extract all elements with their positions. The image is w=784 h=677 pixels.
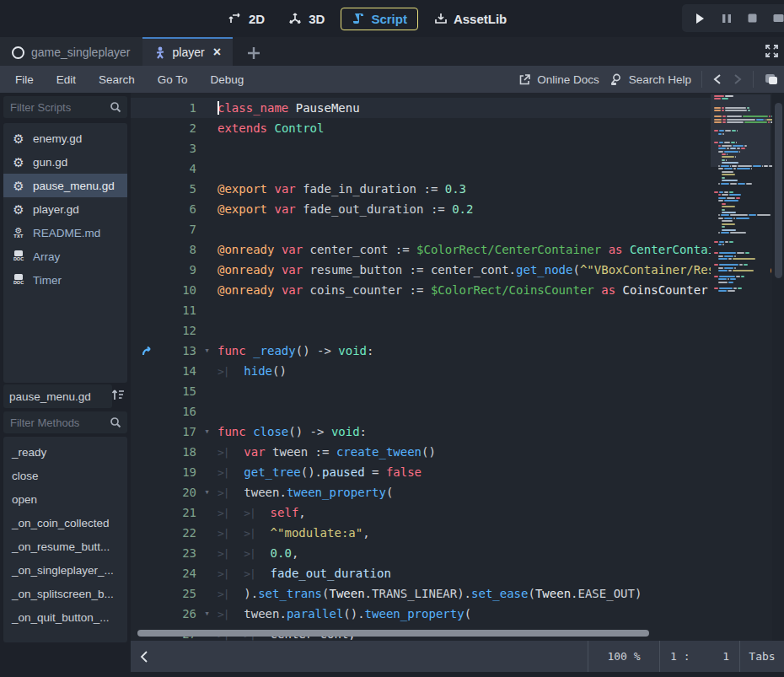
minimap[interactable] (711, 93, 771, 641)
history-back-button[interactable] (712, 73, 722, 85)
script-list-item[interactable]: ⚙player.gd (3, 197, 127, 221)
line-number[interactable]: 12 (164, 320, 196, 341)
breakpoint-gutter[interactable] (131, 199, 164, 219)
movie-maker-button[interactable] (773, 13, 784, 24)
code-line[interactable]: 21>|>|self, (131, 502, 771, 523)
fold-chevron-icon[interactable]: ▾ (196, 341, 217, 361)
vertical-scrollbar-thumb[interactable] (775, 103, 782, 278)
search-help-button[interactable]: Search Help (609, 73, 691, 86)
breakpoint-gutter[interactable] (131, 361, 164, 381)
history-forward-button[interactable] (733, 73, 743, 85)
pause-button[interactable] (722, 13, 732, 24)
code-line[interactable]: 15 (131, 381, 771, 401)
line-number[interactable]: 15 (164, 381, 196, 401)
line-number[interactable]: 9 (164, 260, 196, 280)
menu-search[interactable]: Search (99, 73, 135, 86)
method-list-item[interactable]: close (3, 464, 127, 487)
breakpoint-gutter[interactable] (131, 442, 164, 462)
code-line[interactable]: 5@export var fade_in_duration := 0.3 (131, 179, 771, 199)
filter-scripts-input[interactable]: Filter Scripts (3, 96, 127, 118)
breakpoint-gutter[interactable] (131, 502, 164, 523)
menu-go-to[interactable]: Go To (158, 73, 188, 86)
line-number[interactable]: 3 (164, 138, 196, 159)
code-line[interactable]: 26▾>|tween.parallel().tween_property( (131, 604, 771, 624)
code-line[interactable]: 16 (131, 401, 771, 422)
breakpoint-gutter[interactable] (131, 300, 164, 320)
code-line[interactable]: 7 (131, 219, 771, 239)
line-number[interactable]: 8 (164, 239, 196, 260)
distraction-free-icon[interactable] (765, 44, 779, 58)
code-line[interactable]: 25>|).set_trans(Tween.TRANS_LINEAR).set_… (131, 583, 771, 604)
code-line[interactable]: 18>|var tween := create_tween() (131, 442, 771, 462)
code-line[interactable]: 9@onready var resume_button := center_co… (131, 260, 771, 280)
breakpoint-gutter[interactable] (131, 179, 164, 199)
code-line[interactable]: 22>|>|^"modulate:a", (131, 523, 771, 543)
breakpoint-gutter[interactable] (131, 260, 164, 280)
scene-tab-player[interactable]: player× (142, 37, 233, 66)
line-number[interactable]: 20 (164, 482, 196, 502)
script-list-item[interactable]: ⚙gun.gd (3, 150, 127, 174)
script-list-item[interactable]: DOCTimer (3, 268, 127, 292)
play-button[interactable] (694, 13, 706, 24)
stop-button[interactable] (748, 13, 757, 23)
code-line[interactable]: 20▾>|tween.tween_property( (131, 482, 771, 502)
breakpoint-gutter[interactable] (131, 422, 164, 442)
horizontal-scrollbar-thumb[interactable] (137, 630, 649, 637)
line-number[interactable]: 4 (164, 159, 196, 179)
line-number[interactable]: 14 (164, 361, 196, 381)
script-list-item[interactable]: ⚙enemy.gd (3, 126, 127, 150)
code-line[interactable]: 11 (131, 300, 771, 320)
breakpoint-gutter[interactable] (131, 381, 164, 401)
mode-3d-button[interactable]: 3D (281, 8, 332, 30)
line-number[interactable]: 21 (164, 502, 196, 523)
code-line[interactable]: 14>|hide() (131, 361, 771, 381)
method-list-item[interactable]: _on_quit_button_... (3, 605, 127, 629)
breakpoint-gutter[interactable] (131, 320, 164, 341)
breakpoint-gutter[interactable] (131, 482, 164, 502)
line-number[interactable]: 6 (164, 199, 196, 219)
menu-file[interactable]: File (15, 73, 34, 86)
menu-debug[interactable]: Debug (211, 73, 244, 86)
zoom-level[interactable]: 100 % (588, 650, 659, 663)
script-list-item[interactable]: ⚙pause_menu.gd (3, 174, 127, 197)
line-number[interactable]: 13 (164, 341, 196, 361)
mode-assetlib-button[interactable]: AssetLib (427, 8, 514, 30)
scene-tab-game_singleplayer[interactable]: game_singleplayer (0, 37, 142, 66)
fold-chevron-icon[interactable]: ▾ (196, 604, 217, 624)
line-number[interactable]: 17 (164, 422, 196, 442)
mode-script-button[interactable]: Script (341, 8, 418, 30)
close-tab-icon[interactable]: × (213, 46, 221, 59)
line-number[interactable]: 1 (164, 98, 196, 118)
line-number[interactable]: 7 (164, 219, 196, 239)
breakpoint-gutter[interactable] (131, 159, 164, 179)
code-line[interactable]: 2extends Control (131, 118, 771, 138)
code-line[interactable]: 10@onready var coins_counter := $ColorRe… (131, 280, 771, 300)
breakpoint-gutter[interactable] (131, 138, 164, 159)
sort-methods-icon[interactable] (110, 387, 126, 404)
breakpoint-gutter[interactable] (131, 280, 164, 300)
line-number[interactable]: 25 (164, 583, 196, 604)
collapse-scripts-panel-button[interactable] (139, 650, 149, 664)
code-line[interactable]: 12 (131, 320, 771, 341)
fold-chevron-icon[interactable]: ▾ (196, 422, 217, 442)
line-number[interactable]: 18 (164, 442, 196, 462)
code-line[interactable]: 8@onready var center_cont := $ColorRect/… (131, 239, 771, 260)
breakpoint-gutter[interactable] (131, 604, 164, 624)
breakpoint-gutter[interactable] (131, 401, 164, 422)
filter-methods-input[interactable]: Filter Methods (3, 411, 127, 433)
method-list-item[interactable]: _on_resume_butt... (3, 535, 127, 558)
code-line[interactable]: 4 (131, 159, 771, 179)
line-number[interactable]: 10 (164, 280, 196, 300)
line-number[interactable]: 11 (164, 300, 196, 320)
breakpoint-gutter[interactable] (131, 523, 164, 543)
panel-layout-icon[interactable] (764, 73, 779, 86)
code-line[interactable]: 1class_name PauseMenu (131, 98, 771, 118)
script-list-item[interactable]: DOCArray (3, 244, 127, 268)
online-docs-button[interactable]: Online Docs (518, 73, 599, 86)
method-list-item[interactable]: _ready (3, 440, 127, 464)
line-number[interactable]: 5 (164, 179, 196, 199)
line-number[interactable]: 16 (164, 401, 196, 422)
new-scene-tab-button[interactable] (246, 46, 261, 61)
code-line[interactable]: 23>|>|0.0, (131, 543, 771, 563)
menu-edit[interactable]: Edit (56, 73, 76, 86)
